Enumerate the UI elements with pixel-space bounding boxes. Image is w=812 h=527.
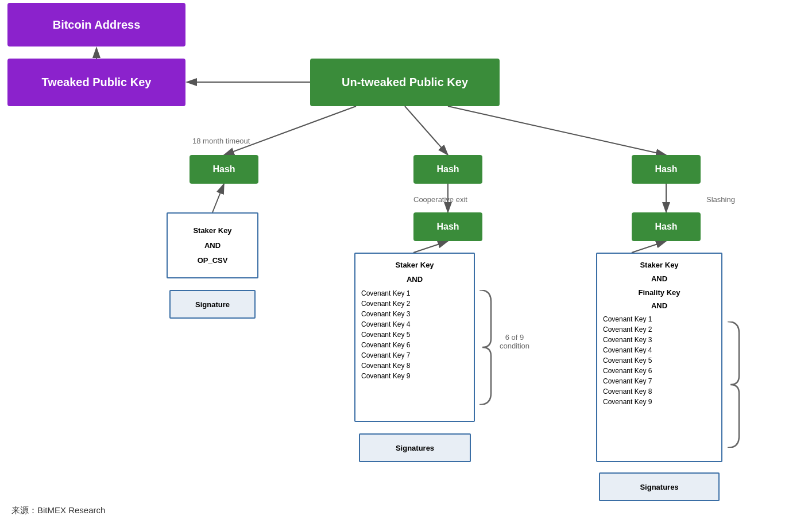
coop-brace <box>477 290 494 406</box>
tweaked-public-key-box: Tweaked Public Key <box>7 59 185 106</box>
coop-brace-svg <box>477 290 494 405</box>
sig-timelock-label: Signature <box>195 300 230 309</box>
untweaked-public-key-box: Un-tweaked Public Key <box>310 59 500 106</box>
hash-right-box: Hash <box>632 155 701 184</box>
sig-coop-label: Signatures <box>396 444 434 452</box>
slash-staker-key: Staker Key <box>603 259 716 272</box>
sig-timelock-box: Signature <box>169 290 256 319</box>
diagram-container: Bitcoin Address Tweaked Public Key Un-tw… <box>0 0 812 527</box>
slash-brace-svg <box>725 321 742 448</box>
condition-6of9-label: 6 of 9condition <box>500 333 529 350</box>
script-timelock-box: Staker Key AND OP_CSV <box>167 212 258 278</box>
timeout-label: 18 month timeout <box>192 137 250 145</box>
coop-and1: AND <box>361 274 468 286</box>
svg-line-7 <box>212 184 224 212</box>
svg-line-5 <box>405 106 448 155</box>
slash-finality: Finality Key <box>603 287 716 299</box>
sig-slash-box: Signatures <box>599 472 720 501</box>
hash-slash-box: Hash <box>632 212 701 241</box>
coop-staker-key: Staker Key <box>361 259 468 272</box>
cooperative-label: Cooperative exit <box>413 195 467 204</box>
slash-brace <box>725 321 742 450</box>
slash-and1: AND <box>603 273 716 285</box>
script-timelock-and1: AND <box>204 238 221 253</box>
svg-line-10 <box>413 241 448 253</box>
hash-middle-box: Hash <box>413 155 482 184</box>
slashing-label: Slashing <box>706 195 735 204</box>
coop-keys: Covenant Key 1Covenant Key 2Covenant Key… <box>361 288 410 381</box>
sig-slash-label: Signatures <box>640 483 678 491</box>
sig-coop-box: Signatures <box>359 433 471 462</box>
slash-and2: AND <box>603 300 716 312</box>
script-timelock-text: Staker Key <box>193 223 231 238</box>
script-slash-box: Staker Key AND Finality Key AND Covenant… <box>596 253 722 462</box>
svg-line-4 <box>224 106 356 155</box>
hash-left-box: Hash <box>190 155 258 184</box>
hash-coop-box: Hash <box>413 212 482 241</box>
slash-keys: Covenant Key 1Covenant Key 2Covenant Key… <box>603 314 652 407</box>
script-coop-box: Staker Key AND Covenant Key 1Covenant Ke… <box>354 253 475 422</box>
source-text: 来源：BitMEX Research <box>11 505 105 516</box>
bitcoin-address-box: Bitcoin Address <box>7 3 185 46</box>
svg-line-11 <box>632 241 666 253</box>
svg-line-6 <box>448 106 666 155</box>
script-timelock-csv: OP_CSV <box>198 253 228 268</box>
